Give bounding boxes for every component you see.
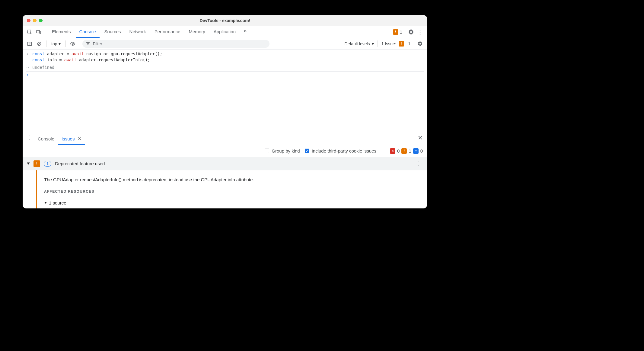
divider — [46, 40, 46, 47]
prompt-icon: › — [26, 72, 30, 77]
titlebar: DevTools - example.com/ — [23, 15, 427, 26]
warning-icon: ! — [399, 41, 404, 47]
log-levels-selector[interactable]: Default levels ▾ — [343, 41, 375, 46]
divider — [413, 40, 413, 47]
clear-console-icon[interactable] — [35, 39, 44, 48]
tab-application[interactable]: Application — [210, 26, 239, 38]
close-drawer-icon[interactable]: ✕ — [416, 133, 425, 142]
svg-line-6 — [38, 43, 40, 45]
svg-rect-3 — [28, 42, 32, 45]
divider — [45, 29, 45, 35]
warning-count: 1 — [400, 29, 402, 34]
checkbox-label: Include third-party cookie issues — [312, 148, 376, 153]
group-by-kind-checkbox[interactable]: Group by kind — [265, 148, 300, 153]
drawer-tab-issues[interactable]: Issues ✕ — [58, 133, 85, 145]
drawer-menu-icon[interactable]: ⋮ — [25, 133, 34, 142]
main-tabs: Elements Console Sources Network Perform… — [48, 26, 250, 38]
divider — [383, 148, 383, 154]
filter-icon — [86, 42, 90, 46]
live-expression-icon[interactable] — [68, 39, 77, 48]
issue-counts: × 0 ! 1 ≡ 0 — [390, 148, 423, 154]
inspect-element-icon[interactable] — [25, 27, 34, 37]
tab-elements[interactable]: Elements — [48, 26, 75, 38]
drawer-toolbar: ⋮ Console Issues ✕ ✕ — [23, 133, 427, 145]
chevron-down-icon: ▾ — [59, 41, 61, 46]
console-input-line: const info = await adapter.requestAdapte… — [26, 57, 424, 63]
window-title: DevTools - example.com/ — [23, 18, 427, 23]
divider — [80, 40, 80, 47]
issues-options-bar: Group by kind Include third-party cookie… — [23, 145, 427, 157]
warning-count: 1 — [409, 148, 411, 153]
divider — [378, 40, 378, 47]
tab-network[interactable]: Network — [126, 26, 150, 38]
close-tab-icon[interactable]: ✕ — [78, 136, 81, 142]
settings-icon[interactable] — [406, 27, 416, 37]
issues-link[interactable]: 1 Issue: ! 1 — [380, 41, 410, 47]
issue-message: The GPUAdapter requestAdapterInfo() meth… — [44, 176, 421, 183]
divider — [65, 40, 66, 47]
expand-toggle-icon[interactable] — [27, 163, 30, 165]
prompt-icon: › — [26, 51, 30, 56]
svg-point-7 — [72, 43, 74, 44]
more-tabs-icon[interactable]: » — [241, 26, 250, 35]
affected-resources-heading: AFFECTED RESOURCES — [44, 189, 421, 194]
console-settings-icon[interactable] — [416, 39, 425, 48]
separator — [32, 64, 424, 64]
source-count: 1 source — [49, 200, 66, 205]
drawer-tab-console[interactable]: Console — [34, 133, 58, 145]
tab-sources[interactable]: Sources — [101, 26, 125, 38]
kebab-menu-icon[interactable]: ⋮ — [416, 27, 425, 37]
warning-icon: ! — [393, 29, 398, 35]
toggle-sidebar-icon[interactable] — [25, 39, 34, 48]
console-result-line: ‹· undefined — [26, 64, 424, 70]
chevron-down-icon: ▾ — [372, 41, 374, 46]
levels-label: Default levels — [345, 41, 370, 46]
issues-count: 1 — [408, 41, 410, 46]
issues-label: 1 Issue: — [381, 41, 396, 46]
console-toolbar: top ▾ Filter Default levels ▾ 1 Issue: !… — [23, 38, 427, 50]
tab-performance[interactable]: Performance — [151, 26, 184, 38]
result-icon: ‹· — [26, 65, 30, 69]
info-icon: ≡ — [413, 148, 419, 154]
source-toggle[interactable]: 1 source — [44, 200, 421, 205]
issue-detail: The GPUAdapter requestAdapterInfo() meth… — [36, 170, 427, 208]
device-toolbar-icon[interactable] — [34, 27, 43, 37]
warning-icon: ! — [33, 160, 40, 167]
tab-memory[interactable]: Memory — [185, 26, 209, 38]
code-text: const info = await adapter.requestAdapte… — [32, 57, 150, 62]
filter-input[interactable]: Filter — [82, 40, 269, 48]
third-party-checkbox[interactable]: Include third-party cookie issues — [305, 148, 376, 153]
main-toolbar: Elements Console Sources Network Perform… — [23, 26, 427, 38]
issue-menu-icon[interactable]: ⋮ — [414, 159, 423, 168]
error-icon: × — [390, 148, 395, 154]
issues-counter[interactable]: ! 1 — [393, 29, 402, 35]
checkbox-icon — [265, 149, 269, 153]
result-text: undefined — [32, 65, 54, 70]
separator — [26, 71, 424, 72]
expand-toggle-icon — [44, 202, 47, 204]
devtools-window: DevTools - example.com/ Elements Console… — [23, 15, 427, 208]
issue-count-chip: 1 — [44, 161, 51, 167]
code-text: const adapter = await navigator.gpu.requ… — [32, 51, 162, 56]
tab-console[interactable]: Console — [76, 26, 100, 38]
info-count: 0 — [420, 148, 423, 153]
warning-icon: ! — [401, 148, 407, 154]
console-output[interactable]: › const adapter = await navigator.gpu.re… — [23, 50, 427, 81]
checkbox-icon — [305, 149, 309, 153]
console-input-line: › const adapter = await navigator.gpu.re… — [26, 51, 424, 57]
issue-title: Deprecated feature used — [55, 161, 410, 166]
checkbox-label: Group by kind — [272, 148, 300, 153]
console-prompt[interactable]: › — [26, 72, 424, 78]
error-count: 0 — [397, 148, 400, 153]
filter-placeholder: Filter — [93, 41, 102, 46]
context-label: top — [51, 41, 57, 46]
context-selector[interactable]: top ▾ — [49, 41, 63, 46]
issue-header[interactable]: ! 1 Deprecated feature used ⋮ — [23, 157, 427, 170]
